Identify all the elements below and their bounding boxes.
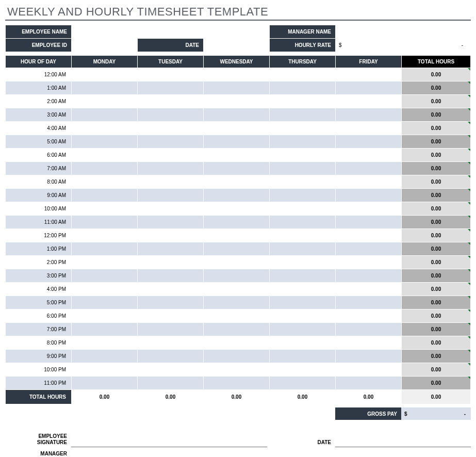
cell-thu[interactable] — [270, 95, 336, 108]
cell-mon[interactable] — [72, 336, 138, 350]
cell-tue[interactable] — [138, 135, 204, 149]
cell-tue[interactable] — [138, 81, 204, 95]
cell-thu[interactable] — [270, 323, 336, 336]
cell-tue[interactable] — [138, 216, 204, 229]
cell-thu[interactable] — [270, 363, 336, 377]
cell-thu[interactable] — [270, 162, 336, 175]
cell-fri[interactable] — [336, 202, 402, 216]
cell-fri[interactable] — [336, 68, 402, 81]
cell-thu[interactable] — [270, 175, 336, 189]
date-field[interactable] — [204, 39, 270, 52]
cell-wed[interactable] — [204, 135, 270, 149]
cell-tue[interactable] — [138, 323, 204, 336]
cell-wed[interactable] — [204, 95, 270, 108]
cell-wed[interactable] — [204, 350, 270, 363]
cell-mon[interactable] — [72, 68, 138, 81]
cell-fri[interactable] — [336, 256, 402, 269]
cell-wed[interactable] — [204, 162, 270, 175]
cell-tue[interactable] — [138, 202, 204, 216]
employee-id-field[interactable] — [72, 39, 138, 52]
employee-date-line[interactable] — [335, 429, 471, 447]
cell-thu[interactable] — [270, 229, 336, 242]
cell-thu[interactable] — [270, 122, 336, 135]
cell-wed[interactable] — [204, 242, 270, 256]
cell-mon[interactable] — [72, 216, 138, 229]
cell-mon[interactable] — [72, 175, 138, 189]
cell-tue[interactable] — [138, 162, 204, 175]
cell-fri[interactable] — [336, 81, 402, 95]
cell-fri[interactable] — [336, 363, 402, 377]
cell-tue[interactable] — [138, 229, 204, 242]
cell-fri[interactable] — [336, 269, 402, 283]
cell-thu[interactable] — [270, 108, 336, 122]
cell-thu[interactable] — [270, 269, 336, 283]
cell-thu[interactable] — [270, 242, 336, 256]
cell-thu[interactable] — [270, 202, 336, 216]
cell-tue[interactable] — [138, 363, 204, 377]
cell-thu[interactable] — [270, 377, 336, 390]
cell-fri[interactable] — [336, 296, 402, 309]
cell-thu[interactable] — [270, 350, 336, 363]
cell-tue[interactable] — [138, 189, 204, 202]
cell-mon[interactable] — [72, 162, 138, 175]
cell-tue[interactable] — [138, 269, 204, 283]
cell-fri[interactable] — [336, 350, 402, 363]
cell-mon[interactable] — [72, 363, 138, 377]
cell-wed[interactable] — [204, 269, 270, 283]
cell-fri[interactable] — [336, 309, 402, 323]
hourly-rate-field[interactable]: $ - — [336, 39, 471, 52]
cell-tue[interactable] — [138, 309, 204, 323]
cell-thu[interactable] — [270, 283, 336, 296]
cell-mon[interactable] — [72, 323, 138, 336]
cell-thu[interactable] — [270, 256, 336, 269]
cell-wed[interactable] — [204, 256, 270, 269]
cell-tue[interactable] — [138, 175, 204, 189]
cell-mon[interactable] — [72, 309, 138, 323]
cell-thu[interactable] — [270, 189, 336, 202]
cell-wed[interactable] — [204, 363, 270, 377]
cell-mon[interactable] — [72, 256, 138, 269]
cell-wed[interactable] — [204, 229, 270, 242]
cell-mon[interactable] — [72, 269, 138, 283]
manager-date-line[interactable] — [335, 447, 471, 457]
cell-fri[interactable] — [336, 377, 402, 390]
cell-mon[interactable] — [72, 108, 138, 122]
cell-fri[interactable] — [336, 229, 402, 242]
manager-name-field[interactable] — [336, 25, 471, 39]
cell-wed[interactable] — [204, 323, 270, 336]
cell-mon[interactable] — [72, 350, 138, 363]
cell-mon[interactable] — [72, 242, 138, 256]
cell-mon[interactable] — [72, 229, 138, 242]
cell-thu[interactable] — [270, 81, 336, 95]
cell-thu[interactable] — [270, 149, 336, 162]
cell-mon[interactable] — [72, 149, 138, 162]
cell-tue[interactable] — [138, 122, 204, 135]
cell-tue[interactable] — [138, 149, 204, 162]
cell-tue[interactable] — [138, 108, 204, 122]
cell-mon[interactable] — [72, 202, 138, 216]
cell-wed[interactable] — [204, 377, 270, 390]
cell-fri[interactable] — [336, 135, 402, 149]
employee-name-field[interactable] — [72, 25, 270, 39]
cell-tue[interactable] — [138, 350, 204, 363]
cell-mon[interactable] — [72, 189, 138, 202]
cell-wed[interactable] — [204, 108, 270, 122]
cell-thu[interactable] — [270, 216, 336, 229]
cell-wed[interactable] — [204, 175, 270, 189]
cell-fri[interactable] — [336, 242, 402, 256]
cell-tue[interactable] — [138, 336, 204, 350]
cell-mon[interactable] — [72, 296, 138, 309]
cell-fri[interactable] — [336, 323, 402, 336]
cell-tue[interactable] — [138, 242, 204, 256]
cell-fri[interactable] — [336, 162, 402, 175]
cell-fri[interactable] — [336, 189, 402, 202]
cell-fri[interactable] — [336, 108, 402, 122]
cell-wed[interactable] — [204, 202, 270, 216]
cell-wed[interactable] — [204, 216, 270, 229]
cell-wed[interactable] — [204, 283, 270, 296]
cell-mon[interactable] — [72, 81, 138, 95]
employee-signature-line[interactable] — [71, 429, 267, 447]
cell-fri[interactable] — [336, 122, 402, 135]
cell-mon[interactable] — [72, 135, 138, 149]
cell-thu[interactable] — [270, 296, 336, 309]
